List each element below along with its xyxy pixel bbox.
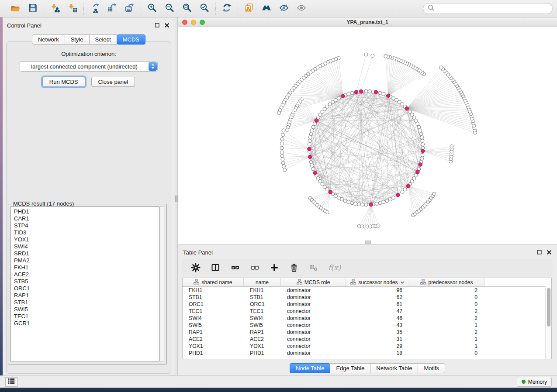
select-all-button[interactable] <box>229 262 241 274</box>
export-image-button[interactable] <box>124 3 136 15</box>
mcds-node-item[interactable]: STB5 <box>14 278 156 285</box>
hide-selected-button[interactable] <box>278 3 290 15</box>
mcds-node-item[interactable]: STB1 <box>14 299 156 306</box>
close-panel-icon[interactable] <box>547 250 552 255</box>
mcds-node-item[interactable]: TID3 <box>14 229 156 236</box>
scrollbar-thumb[interactable] <box>547 288 550 327</box>
export-image-icon <box>125 3 135 14</box>
table-row[interactable]: SWI4SWI4dominator462 <box>183 315 551 322</box>
table-row[interactable]: YOX1YOX1connector291 <box>183 343 551 350</box>
dropdown-stepper-icon <box>149 62 157 71</box>
minimize-window-button[interactable] <box>191 20 196 25</box>
export-table-button[interactable] <box>106 3 118 15</box>
column-label: shared name <box>201 279 232 285</box>
mcds-node-item[interactable]: PMA2 <box>14 257 156 264</box>
table-settings-icon <box>191 263 201 274</box>
column-header-MCDS-role[interactable]: MCDS role <box>281 278 346 286</box>
unselect-all-button[interactable] <box>249 262 261 274</box>
cell: PHD1 <box>244 350 281 357</box>
first-neighbors-button[interactable] <box>260 3 273 15</box>
mcds-node-item[interactable]: YOX1 <box>14 236 156 243</box>
import-table-button[interactable] <box>66 3 79 15</box>
save-session-button[interactable] <box>27 3 39 15</box>
table-row[interactable]: ACE2ACE2connector311 <box>183 336 551 343</box>
cell: dominator <box>281 301 346 308</box>
add-row-button[interactable] <box>268 262 280 274</box>
column-header-successor-nodes[interactable]: successor nodes <box>346 278 409 286</box>
tab-network-table[interactable]: Network Table <box>370 363 418 373</box>
search-box[interactable] <box>423 3 553 14</box>
export-network-button[interactable] <box>89 3 101 15</box>
float-panel-icon[interactable] <box>537 250 542 255</box>
mcds-result-scrollbar[interactable] <box>159 206 164 361</box>
tab-motifs[interactable]: Motifs <box>418 363 445 373</box>
table-row[interactable]: ORC1ORC1dominator610 <box>183 301 551 308</box>
run-mcds-button[interactable]: Run MCDS <box>42 77 85 87</box>
delete-column-button[interactable] <box>308 262 320 274</box>
close-panel-button[interactable]: Close panel <box>91 77 135 87</box>
import-table-icon <box>68 3 77 14</box>
zoom-selected-icon <box>200 3 209 14</box>
tab-select[interactable]: Select <box>89 34 117 45</box>
cell: ORC1 <box>244 301 281 308</box>
table-row[interactable]: PHD1PHD1dominator180 <box>183 350 551 357</box>
tab-style[interactable]: Style <box>65 34 90 45</box>
mcds-node-item[interactable]: RAP1 <box>14 292 156 299</box>
function-builder-button[interactable]: f(x) <box>327 262 343 274</box>
table-row[interactable]: STB1STB1dominator620 <box>183 294 551 301</box>
zoom-fit-button[interactable] <box>181 3 193 15</box>
column-header-name[interactable]: name <box>244 278 281 286</box>
cell: ACE2 <box>244 336 281 343</box>
memory-button[interactable]: Memory <box>517 377 552 387</box>
mcds-node-item[interactable]: ORC1 <box>14 285 156 292</box>
table-row[interactable]: SWI5SWI5connector431 <box>183 322 551 329</box>
column-header-shared-name[interactable]: shared name <box>183 278 244 286</box>
mcds-node-item[interactable]: SRD1 <box>14 250 156 257</box>
shared-column-icon <box>194 279 199 286</box>
network-canvas[interactable] <box>178 27 557 244</box>
show-columns-button[interactable] <box>209 262 221 274</box>
table-settings-button[interactable] <box>190 262 202 274</box>
panel-splitter-horizontal[interactable] <box>365 241 371 244</box>
mcds-node-item[interactable]: CAR1 <box>14 215 156 222</box>
memory-label: Memory <box>528 379 547 385</box>
mcds-node-item[interactable]: ACE2 <box>14 271 156 278</box>
zoom-in-button[interactable] <box>146 3 158 15</box>
table-scrollbar[interactable] <box>545 286 551 359</box>
panel-splitter-vertical[interactable] <box>175 17 178 375</box>
close-panel-icon[interactable] <box>164 23 170 28</box>
table-row[interactable]: FKH1FKH1dominator962 <box>183 287 551 294</box>
mcds-node-item[interactable]: SWI4 <box>14 243 156 250</box>
tab-mcds[interactable]: MCDS <box>117 34 145 45</box>
cell: SWI4 <box>183 315 244 322</box>
cell: dominator <box>281 329 346 336</box>
mcds-node-item[interactable]: STP4 <box>14 222 156 229</box>
criterion-dropdown[interactable]: largest connected component (undirected) <box>20 61 158 72</box>
open-session-button[interactable] <box>9 3 21 15</box>
refresh-layout-button[interactable] <box>221 3 233 15</box>
import-network-button[interactable] <box>49 3 61 15</box>
column-label: predecessor nodes <box>428 279 473 285</box>
mcds-node-item[interactable]: GCR1 <box>14 320 156 327</box>
zoom-window-button[interactable] <box>200 20 205 25</box>
table-row[interactable]: RAP1RAP1dominator352 <box>183 329 551 336</box>
cell: 0 <box>409 294 484 301</box>
tab-network[interactable]: Network <box>32 34 65 45</box>
table-row[interactable]: TEC1TEC1connector472 <box>183 308 551 315</box>
mcds-node-item[interactable]: SWI5 <box>14 306 156 313</box>
tab-edge-table[interactable]: Edge Table <box>330 363 370 373</box>
mcds-node-item[interactable]: FKH1 <box>14 264 156 271</box>
float-panel-icon[interactable] <box>155 23 160 28</box>
delete-row-button[interactable] <box>288 262 300 274</box>
zoom-selected-button[interactable] <box>198 3 211 15</box>
mcds-node-item[interactable]: PHD1 <box>14 208 156 215</box>
tab-node-table[interactable]: Node Table <box>290 363 331 373</box>
show-all-button[interactable] <box>295 3 308 15</box>
column-header-predecessor-nodes[interactable]: predecessor nodes <box>409 278 484 286</box>
close-window-button[interactable] <box>182 20 187 25</box>
zoom-out-button[interactable] <box>163 3 176 15</box>
mcds-node-item[interactable]: TEC1 <box>14 313 156 320</box>
clone-network-button[interactable] <box>243 3 255 15</box>
search-input[interactable] <box>437 5 548 12</box>
task-history-button[interactable] <box>5 377 17 387</box>
